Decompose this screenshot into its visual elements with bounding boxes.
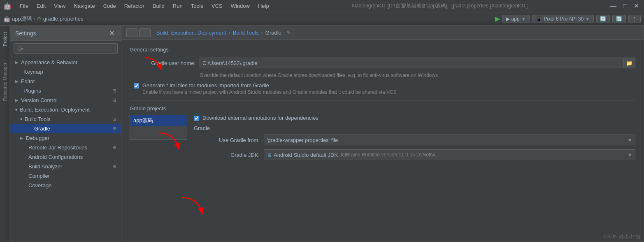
menu-refactor[interactable]: Refactor bbox=[123, 2, 146, 10]
nav-arrow-2: › bbox=[261, 30, 263, 36]
expand-arrow-appearance: ▶ bbox=[15, 60, 19, 65]
menu-view[interactable]: View bbox=[52, 2, 67, 10]
project-item-app[interactable]: app源码 bbox=[130, 115, 187, 126]
close-button[interactable]: ✕ bbox=[632, 2, 641, 10]
settings-item-compiler[interactable]: Compiler bbox=[10, 171, 121, 181]
gradle-home-label: Gradle user home: bbox=[130, 60, 195, 66]
settings-item-keymap[interactable]: Keymap bbox=[10, 67, 121, 77]
nav-edit-icon[interactable]: ✎ bbox=[286, 30, 291, 36]
plugins-badge: ⊞ bbox=[112, 88, 116, 93]
settings-left-panel: Settings ✕ ▶ Appearance & Behavior Keyma… bbox=[10, 26, 121, 242]
tab-resource-manager[interactable]: Resource Manager bbox=[1, 59, 9, 105]
gradle-jdk-label: Gradle JDK: bbox=[194, 152, 260, 158]
jdk-icon: 🖥 bbox=[267, 152, 272, 158]
use-gradle-from-row: Use Gradle from: 'gradle-wrapper.propert… bbox=[194, 135, 635, 145]
download-annotations-row: Download external annotations for depend… bbox=[194, 115, 635, 121]
sync-button[interactable]: 🔃 bbox=[612, 15, 626, 23]
gradle-jdk-dropdown-icon: ▼ bbox=[627, 152, 632, 158]
device-button[interactable]: 📱 Pixel 6 Pro API 30 ▼ bbox=[532, 15, 594, 23]
breadcrumb-sep1: › bbox=[33, 16, 35, 22]
expand-arrow-debugger: ▶ bbox=[20, 136, 23, 140]
menu-navigate[interactable]: Navigate bbox=[72, 2, 96, 10]
gradle-home-input[interactable] bbox=[200, 58, 623, 68]
settings-item-coverage[interactable]: Coverage bbox=[10, 181, 121, 190]
toolbar-right: ▶ ▶ app ▼ 📱 Pixel 6 Pro API 30 ▼ 🔄 🔃 ⋮ bbox=[495, 15, 641, 23]
run-app-button[interactable]: ▶ app ▼ bbox=[502, 15, 530, 23]
settings-item-remote-jar[interactable]: Remote Jar Repositories ⊞ bbox=[10, 143, 121, 152]
settings-label-debugger: Debugger bbox=[26, 135, 49, 141]
device-dropdown[interactable]: ▼ bbox=[585, 16, 590, 22]
menu-vcs[interactable]: VCS bbox=[210, 2, 224, 10]
expand-arrow-vcs: ▶ bbox=[15, 98, 19, 102]
use-gradle-from-label: Use Gradle from: bbox=[194, 137, 260, 143]
gradle-jdk-select[interactable]: 🖥 Android Studio default JDK JetBrains R… bbox=[264, 149, 635, 160]
menu-build[interactable]: Build bbox=[151, 2, 166, 10]
settings-item-build-tools[interactable]: ▾ Build Tools ⊞ bbox=[10, 114, 121, 124]
divider-1 bbox=[130, 100, 635, 100]
settings-item-gradle[interactable]: Gradle ⊞ bbox=[10, 124, 121, 133]
minimize-button[interactable]: — bbox=[608, 2, 618, 10]
menu-file[interactable]: File bbox=[18, 2, 30, 10]
breadcrumb: 🤖 app源码 › ⚙ gradle.properties bbox=[3, 15, 84, 23]
device-icon: 📱 bbox=[536, 16, 542, 22]
gradle-jdk-hint-text: JetBrains Runtime version 11.0.15 D:/Sof… bbox=[339, 152, 439, 158]
remote-jar-badge: ⊞ bbox=[112, 145, 116, 150]
settings-item-appearance[interactable]: ▶ Appearance & Behavior bbox=[10, 58, 121, 67]
settings-label-remote-jar: Remote Jar Repositories bbox=[28, 144, 87, 151]
settings-nav-bar: ← → Build, Execution, Deployment › Build… bbox=[121, 26, 644, 40]
window-title: XiaotongrenIOT [D:\桌面\初级准备\app源码] - grad… bbox=[351, 2, 528, 9]
nav-back-button[interactable]: ← bbox=[126, 28, 137, 37]
more-button[interactable]: ⋮ bbox=[628, 15, 641, 23]
gradle-jdk-value: Android Studio default JDK bbox=[274, 152, 338, 158]
use-gradle-from-select[interactable]: 'gradle-wrapper.properties' file ▼ bbox=[264, 135, 635, 145]
menu-help[interactable]: Help bbox=[256, 2, 271, 10]
refresh-button[interactable]: 🔄 bbox=[596, 15, 610, 23]
generate-iml-row: Generate *.iml files for modules importe… bbox=[130, 82, 635, 95]
gradle-home-hint: Override the default location where Grad… bbox=[200, 72, 635, 78]
settings-search-input[interactable] bbox=[14, 43, 118, 54]
window-controls: — □ ✕ bbox=[608, 2, 641, 10]
settings-title-label: Settings bbox=[15, 30, 36, 37]
gradle-jdk-row: Gradle JDK: 🖥 Android Studio default JDK… bbox=[194, 149, 635, 160]
main-layout: Project Resource Manager 🤖 Android ▼ ▾ 📁… bbox=[0, 26, 644, 242]
menu-window[interactable]: Window bbox=[229, 2, 251, 10]
breadcrumb-app[interactable]: app源码 bbox=[12, 15, 32, 23]
settings-item-build-analyzer[interactable]: Build Analyzer ⊞ bbox=[10, 162, 121, 171]
download-annotations-label: Download external annotations for depend… bbox=[202, 115, 319, 121]
breadcrumb-file[interactable]: gradle.properties bbox=[43, 16, 84, 22]
device-label: Pixel 6 Pro API 30 bbox=[544, 16, 584, 22]
gradle-section-title: Gradle bbox=[194, 125, 635, 131]
generate-iml-label: Generate *.iml files for modules importe… bbox=[142, 82, 397, 88]
menu-tools[interactable]: Tools bbox=[189, 2, 205, 10]
nav-forward-button[interactable]: → bbox=[139, 28, 150, 37]
tab-project[interactable]: Project bbox=[1, 29, 9, 49]
settings-item-vcs[interactable]: ▶ Version Control ⊞ bbox=[10, 95, 121, 105]
breadcrumb-icon: 🤖 bbox=[3, 16, 10, 22]
gradle-home-input-group: 📁 bbox=[200, 58, 635, 68]
settings-label-coverage: Coverage bbox=[28, 182, 51, 188]
vcs-badge: ⊞ bbox=[112, 98, 116, 103]
menu-edit[interactable]: Edit bbox=[35, 2, 47, 10]
menu-bar: File Edit View Navigate Code Refactor Bu… bbox=[18, 2, 271, 10]
generate-iml-checkbox[interactable] bbox=[134, 83, 139, 88]
settings-item-debugger[interactable]: ▶ Debugger bbox=[10, 133, 121, 143]
download-annotations-checkbox[interactable] bbox=[194, 116, 199, 121]
settings-item-build[interactable]: ▾ Build, Execution, Deployment bbox=[10, 105, 121, 114]
settings-close-button[interactable]: ✕ bbox=[107, 29, 116, 37]
maximize-button[interactable]: □ bbox=[621, 2, 629, 10]
menu-code[interactable]: Code bbox=[102, 2, 118, 10]
nav-link-build-tools[interactable]: Build Tools bbox=[233, 30, 259, 36]
run-app-dropdown[interactable]: ▼ bbox=[521, 16, 526, 22]
settings-item-android-config[interactable]: Android Configurations bbox=[10, 152, 121, 162]
menu-run[interactable]: Run bbox=[171, 2, 184, 10]
app-icon: 🤖 bbox=[3, 2, 12, 10]
nav-link-build[interactable]: Build, Execution, Deployment bbox=[156, 30, 226, 36]
build-analyzer-badge: ⊞ bbox=[112, 164, 116, 169]
projects-options: Download external annotations for depend… bbox=[194, 115, 635, 164]
settings-item-plugins[interactable]: Plugins ⊞ bbox=[10, 86, 121, 95]
settings-tree: ▶ Appearance & Behavior Keymap ▶ Editor … bbox=[10, 56, 121, 242]
nav-current: Gradle bbox=[265, 30, 281, 36]
gradle-home-browse-button[interactable]: 📁 bbox=[623, 58, 635, 68]
run-app-label: ▶ app bbox=[506, 16, 519, 22]
settings-item-editor[interactable]: ▶ Editor bbox=[10, 77, 121, 86]
